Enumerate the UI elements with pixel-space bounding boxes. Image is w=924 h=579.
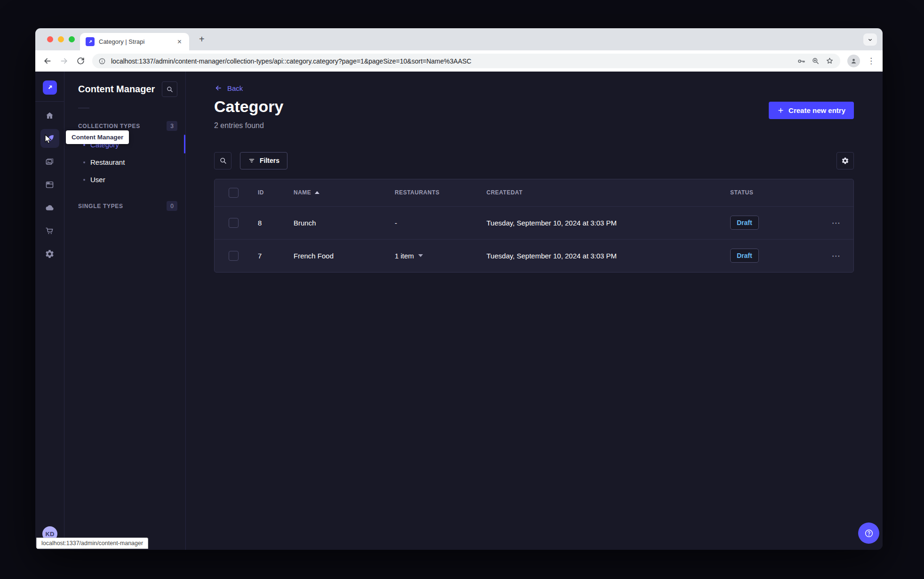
single-types-label: SINGLE TYPES	[78, 203, 123, 209]
back-label: Back	[227, 84, 243, 92]
nav-item-label: User	[90, 176, 105, 184]
fullscreen-window-button[interactable]	[69, 36, 75, 42]
entries-table: ID NAME RESTAURANTS CREATEDAT STATUS 8 B…	[214, 179, 854, 273]
bullet-icon	[83, 161, 85, 163]
panel-divider	[78, 108, 89, 108]
row-actions-more-icon[interactable]	[832, 218, 841, 227]
link-status-bar: localhost:1337/admin/content-manager	[36, 538, 148, 549]
macos-traffic-lights	[47, 36, 75, 42]
cell-restaurants[interactable]: 1 item	[395, 252, 486, 260]
cell-createdat: Tuesday, September 10, 2024 at 3:03 PM	[486, 219, 730, 227]
browser-toolbar: localhost:1337/admin/content-manager/col…	[35, 50, 883, 72]
filters-button[interactable]: Filters	[240, 152, 287, 169]
single-types-section: SINGLE TYPES 0	[65, 201, 185, 211]
strapi-favicon-icon	[86, 37, 95, 46]
select-all-checkbox[interactable]	[229, 188, 239, 198]
row-checkbox[interactable]	[229, 251, 239, 261]
nav-item-label: Restaurant	[90, 158, 125, 166]
question-mark-icon	[864, 528, 874, 539]
table-row[interactable]: 8 Brunch - Tuesday, September 10, 2024 a…	[215, 206, 853, 239]
rail-divider	[35, 101, 64, 102]
media-library-icon[interactable]	[40, 152, 59, 171]
view-settings-gear-icon[interactable]	[836, 152, 854, 169]
content-type-builder-icon[interactable]	[40, 175, 59, 194]
active-nav-indicator	[184, 135, 185, 153]
relation-count-label: 1 item	[395, 252, 414, 260]
bullet-icon	[83, 179, 85, 181]
bullet-icon	[83, 144, 85, 146]
column-header-status[interactable]: STATUS	[730, 189, 819, 196]
panel-search-icon[interactable]	[162, 81, 177, 97]
zoom-page-icon[interactable]	[811, 56, 820, 65]
status-badge: Draft	[730, 249, 759, 263]
browser-tab[interactable]: Category | Strapi ×	[80, 33, 189, 50]
row-actions-more-icon[interactable]	[832, 251, 841, 260]
browser-window: Category | Strapi × + localhost:1337/adm…	[35, 28, 883, 550]
reload-icon[interactable]	[76, 56, 85, 65]
panel-title: Content Manager	[78, 84, 155, 95]
nav-item-restaurant[interactable]: Restaurant	[65, 153, 185, 171]
back-link[interactable]: Back	[214, 84, 243, 92]
create-new-entry-button[interactable]: Create new entry	[769, 102, 854, 119]
cell-name: French Food	[294, 252, 395, 260]
close-window-button[interactable]	[47, 36, 53, 42]
nav-item-user[interactable]: User	[65, 171, 185, 188]
strapi-admin-app: KD Content Manager COLLECTION TYPES 3 Ca…	[35, 72, 883, 550]
column-header-name[interactable]: NAME	[294, 189, 395, 196]
forward-icon[interactable]	[59, 56, 69, 66]
back-arrow-icon	[214, 84, 223, 92]
url-text[interactable]: localhost:1337/admin/content-manager/col…	[111, 57, 791, 65]
minimize-window-button[interactable]	[58, 36, 64, 42]
plus-icon	[777, 107, 784, 114]
content-manager-tooltip: Content Manager	[66, 130, 129, 144]
bookmark-star-icon[interactable]	[825, 56, 834, 65]
column-header-restaurants[interactable]: RESTAURANTS	[395, 189, 486, 196]
single-types-count-badge: 0	[167, 201, 177, 211]
cell-restaurants: -	[395, 219, 486, 227]
cloud-icon[interactable]	[40, 198, 59, 217]
tab-close-icon[interactable]: ×	[175, 37, 183, 47]
entries-count: 2 entries found	[214, 121, 283, 130]
marketplace-cart-icon[interactable]	[40, 221, 59, 240]
page-title: Category	[214, 98, 283, 115]
url-bar[interactable]: localhost:1337/admin/content-manager/col…	[92, 54, 840, 68]
browser-profile-avatar[interactable]	[847, 55, 860, 67]
cell-id: 8	[258, 219, 294, 227]
browser-tab-strip: Category | Strapi × +	[35, 28, 883, 50]
filters-label: Filters	[260, 157, 279, 164]
search-entries-icon[interactable]	[214, 152, 231, 169]
column-header-createdat[interactable]: CREATEDAT	[486, 189, 730, 196]
collection-types-section: COLLECTION TYPES 3	[65, 121, 185, 131]
sort-ascending-icon	[315, 191, 319, 194]
collection-types-label: COLLECTION TYPES	[78, 123, 140, 129]
cell-id: 7	[258, 252, 294, 260]
strapi-logo-icon[interactable]	[43, 80, 57, 95]
cell-name: Brunch	[294, 219, 395, 227]
main-content: Back Category 2 entries found Create new…	[186, 72, 883, 550]
help-button[interactable]	[858, 523, 879, 544]
filter-icon	[248, 157, 255, 164]
tab-title: Category | Strapi	[99, 38, 171, 45]
column-header-id[interactable]: ID	[258, 189, 294, 196]
table-header-row: ID NAME RESTAURANTS CREATEDAT STATUS	[215, 179, 853, 206]
relation-expand-caret-icon	[418, 254, 423, 257]
row-checkbox[interactable]	[229, 218, 239, 228]
tab-search-chevron-icon[interactable]	[863, 33, 877, 46]
mouse-cursor	[43, 134, 53, 147]
settings-gear-icon[interactable]	[40, 244, 59, 263]
table-row[interactable]: 7 French Food 1 item Tuesday, September …	[215, 239, 853, 272]
browser-menu-icon[interactable]: ⋮	[867, 56, 876, 66]
site-info-icon[interactable]	[98, 57, 106, 65]
cell-createdat: Tuesday, September 10, 2024 at 3:03 PM	[486, 252, 730, 260]
collection-types-count-badge: 3	[167, 121, 177, 131]
create-new-entry-label: Create new entry	[789, 106, 845, 114]
password-key-icon[interactable]	[797, 56, 806, 66]
status-badge: Draft	[730, 216, 759, 230]
column-header-name-label: NAME	[294, 189, 311, 196]
new-tab-button[interactable]: +	[196, 34, 207, 45]
back-icon[interactable]	[42, 56, 52, 66]
home-icon[interactable]	[40, 106, 59, 125]
